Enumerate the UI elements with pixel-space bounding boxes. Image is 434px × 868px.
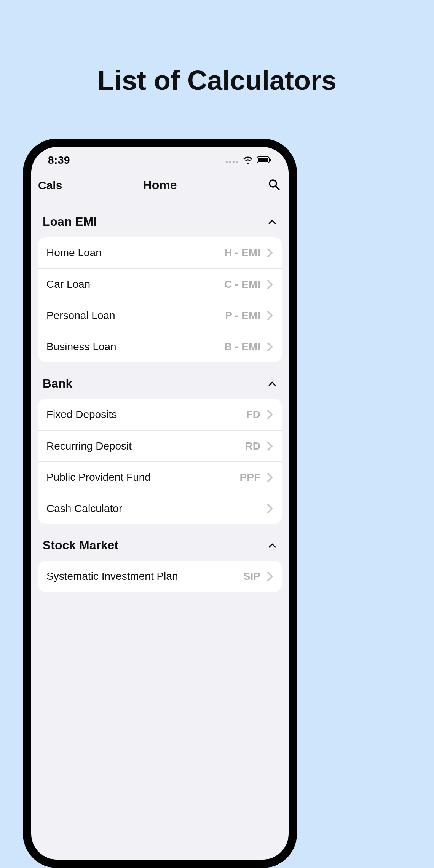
- hero-title: List of Calculators: [0, 0, 434, 96]
- chevron-right-icon: [266, 503, 273, 514]
- list-item-label: Personal Loan: [46, 310, 115, 322]
- nav-back-label[interactable]: Cals: [38, 179, 62, 192]
- list-item-label: Recurring Deposit: [46, 440, 132, 452]
- wifi-icon: [243, 154, 253, 166]
- list-item[interactable]: Cash Calculator: [38, 493, 282, 524]
- chevron-right-icon: [266, 409, 273, 420]
- chevron-right-icon: [266, 247, 273, 258]
- list-item[interactable]: Recurring Deposit RD: [38, 430, 282, 461]
- phone-frame: 8:39 •••• Cals Home: [23, 139, 297, 868]
- nav-title: Home: [143, 178, 177, 192]
- list-item-code: PPF: [240, 471, 260, 483]
- list-item[interactable]: Fixed Deposits FD: [38, 399, 282, 430]
- section-group-stock-market: Systematic Investment Plan SIP: [38, 561, 282, 592]
- chevron-up-icon: [267, 217, 277, 227]
- status-bar: 8:39 ••••: [31, 150, 289, 171]
- list-item[interactable]: Car Loan C - EMI: [38, 268, 282, 300]
- chevron-up-icon: [267, 541, 277, 550]
- navigation-bar: Cals Home: [31, 171, 289, 200]
- list-item-label: Public Provident Fund: [46, 471, 151, 483]
- svg-line-4: [276, 186, 279, 190]
- section-title: Loan EMI: [43, 215, 97, 229]
- list-item-label: Car Loan: [46, 278, 90, 290]
- list-item-label: Business Loan: [46, 341, 116, 353]
- phone-screen: 8:39 •••• Cals Home: [31, 147, 289, 860]
- section-group-loan-emi: Home Loan H - EMI Car Loan C - EMI Perso…: [38, 237, 282, 362]
- cellular-icon: ••••: [225, 158, 239, 166]
- section-header-bank[interactable]: Bank: [31, 362, 289, 399]
- list-item-code: C - EMI: [224, 278, 260, 290]
- list-item[interactable]: Systematic Investment Plan SIP: [38, 561, 282, 592]
- list-item[interactable]: Public Provident Fund PPF: [38, 461, 282, 493]
- list-item-code: B - EMI: [224, 341, 260, 353]
- section-header-loan-emi[interactable]: Loan EMI: [31, 200, 289, 237]
- chevron-right-icon: [266, 279, 273, 290]
- search-icon: [268, 178, 281, 193]
- chevron-right-icon: [266, 472, 273, 483]
- list-item[interactable]: Business Loan B - EMI: [38, 331, 282, 362]
- section-header-stock-market[interactable]: Stock Market: [31, 524, 289, 561]
- svg-rect-1: [258, 158, 268, 162]
- battery-icon: [257, 154, 272, 166]
- section-title: Stock Market: [43, 538, 118, 552]
- section-title: Bank: [43, 377, 72, 391]
- list-item-label: Home Loan: [46, 247, 102, 259]
- list-item-code: RD: [245, 440, 260, 452]
- list-item-code: FD: [246, 408, 260, 421]
- list-item-label: Cash Calculator: [46, 503, 122, 515]
- section-group-bank: Fixed Deposits FD Recurring Deposit RD P…: [38, 399, 282, 524]
- chevron-up-icon: [267, 379, 277, 389]
- list-item-code: H - EMI: [224, 247, 260, 259]
- content-scroll[interactable]: Loan EMI Home Loan H - EMI Car Loan C -: [31, 200, 289, 860]
- status-time: 8:39: [48, 154, 70, 166]
- list-item[interactable]: Home Loan H - EMI: [38, 237, 282, 268]
- list-item-code: SIP: [243, 570, 260, 582]
- chevron-right-icon: [266, 441, 273, 452]
- chevron-right-icon: [266, 341, 273, 352]
- svg-rect-2: [270, 159, 271, 161]
- list-item-code: P - EMI: [225, 310, 260, 322]
- status-indicators: ••••: [225, 154, 272, 166]
- list-item-label: Fixed Deposits: [46, 408, 117, 421]
- chevron-right-icon: [266, 571, 273, 582]
- chevron-right-icon: [266, 310, 273, 321]
- list-item-label: Systematic Investment Plan: [46, 570, 178, 582]
- search-button[interactable]: [266, 178, 282, 193]
- list-item[interactable]: Personal Loan P - EMI: [38, 300, 282, 331]
